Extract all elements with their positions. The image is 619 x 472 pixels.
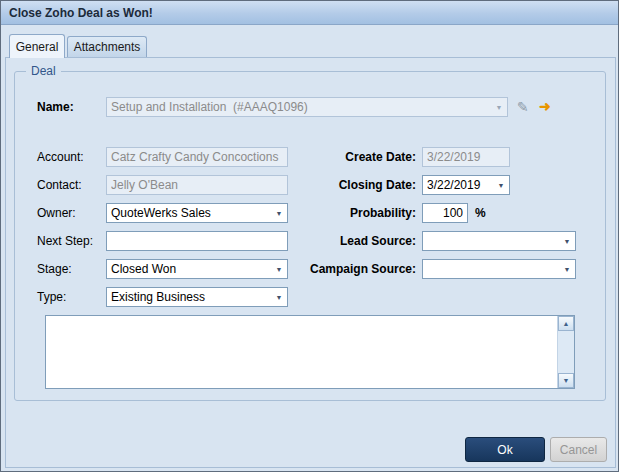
create-date-input bbox=[422, 147, 510, 167]
chevron-down-icon: ▼ bbox=[559, 266, 575, 273]
name-select: Setup and Installation (#AAAQ1096) ▼ bbox=[106, 97, 508, 117]
scroll-down-icon[interactable]: ▼ bbox=[558, 373, 574, 388]
contact-label: Contact: bbox=[37, 178, 82, 192]
chevron-down-icon: ▼ bbox=[559, 238, 575, 245]
scroll-up-icon[interactable]: ▲ bbox=[558, 316, 574, 331]
open-record-arrow-icon[interactable]: ➜ bbox=[539, 96, 551, 116]
next-step-label: Next Step: bbox=[37, 234, 93, 248]
create-date-label: Create Date: bbox=[296, 150, 416, 164]
close-deal-dialog: Close Zoho Deal as Won! General Attachme… bbox=[0, 0, 619, 472]
account-input bbox=[106, 147, 288, 167]
lead-source-select[interactable]: ▼ bbox=[422, 231, 576, 251]
name-value: Setup and Installation (#AAAQ1096) bbox=[107, 100, 491, 114]
contact-input bbox=[106, 175, 288, 195]
notes-textarea[interactable] bbox=[46, 316, 557, 388]
type-value: Existing Business bbox=[107, 290, 271, 304]
owner-label: Owner: bbox=[37, 206, 76, 220]
closing-date-label: Closing Date: bbox=[296, 178, 416, 192]
owner-value: QuoteWerks Sales bbox=[107, 206, 271, 220]
closing-date-select[interactable]: 3/22/2019 ▼ bbox=[422, 175, 510, 195]
type-select[interactable]: Existing Business ▼ bbox=[106, 287, 288, 307]
notes-scrollbar[interactable]: ▲ ▼ bbox=[557, 316, 574, 388]
account-label: Account: bbox=[37, 150, 84, 164]
name-label: Name: bbox=[37, 100, 74, 114]
tab-attachments-label: Attachments bbox=[74, 40, 141, 54]
tab-general[interactable]: General bbox=[9, 34, 65, 58]
probability-label: Probability: bbox=[296, 206, 416, 220]
notes-field: ▲ ▼ bbox=[45, 315, 575, 389]
tab-attachments[interactable]: Attachments bbox=[67, 36, 147, 57]
next-step-input[interactable] bbox=[106, 231, 288, 251]
probability-unit-label: % bbox=[475, 206, 486, 220]
closing-date-value: 3/22/2019 bbox=[423, 178, 493, 192]
type-label: Type: bbox=[37, 290, 66, 304]
stage-select[interactable]: Closed Won ▼ bbox=[106, 259, 288, 279]
chevron-down-icon: ▼ bbox=[271, 210, 287, 217]
deal-groupbox-legend: Deal bbox=[26, 64, 61, 78]
cancel-button: Cancel bbox=[550, 437, 607, 462]
stage-label: Stage: bbox=[37, 262, 72, 276]
edit-icon[interactable]: ✎ bbox=[517, 97, 529, 117]
chevron-down-icon: ▼ bbox=[493, 182, 509, 189]
campaign-source-label: Campaign Source: bbox=[296, 262, 416, 276]
chevron-down-icon: ▼ bbox=[491, 104, 507, 111]
chevron-down-icon: ▼ bbox=[271, 266, 287, 273]
probability-input[interactable] bbox=[422, 203, 468, 223]
tab-general-label: General bbox=[16, 40, 59, 54]
chevron-down-icon: ▼ bbox=[271, 294, 287, 301]
campaign-source-select[interactable]: ▼ bbox=[422, 259, 576, 279]
lead-source-label: Lead Source: bbox=[296, 234, 416, 248]
owner-select[interactable]: QuoteWerks Sales ▼ bbox=[106, 203, 288, 223]
ok-button[interactable]: Ok bbox=[465, 437, 545, 462]
stage-value: Closed Won bbox=[107, 262, 271, 276]
window-title: Close Zoho Deal as Won! bbox=[9, 6, 153, 20]
titlebar[interactable]: Close Zoho Deal as Won! bbox=[1, 1, 618, 25]
